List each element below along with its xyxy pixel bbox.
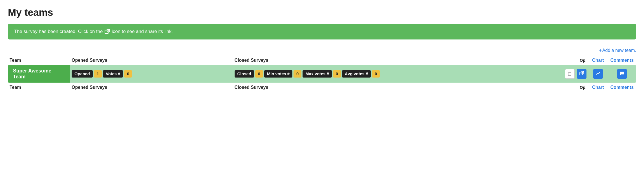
- avg-votes-count-badge: 0: [372, 70, 380, 78]
- chart-cell: [588, 65, 608, 83]
- closed-surveys-group: Closed 0 Min votes # 0 Max votes # 0 Avg…: [235, 70, 562, 78]
- min-votes-label-badge: Min votes #: [264, 70, 292, 78]
- votes-count-badge: 0: [124, 70, 132, 78]
- col-header-chart: Chart: [588, 56, 608, 65]
- col-header-closed-surveys: Closed Surveys: [233, 56, 563, 65]
- opened-surveys-cell: Opened 1 Votes # 0: [70, 65, 233, 83]
- col-footer-op: Op.: [563, 83, 588, 92]
- banner-text-after: icon to see and share its link.: [112, 29, 173, 34]
- col-header-comments: Comments: [608, 56, 636, 65]
- votes-label-badge: Votes #: [103, 70, 123, 78]
- teams-table: Team Opened Surveys Closed Surveys Op. C…: [8, 56, 636, 92]
- table-row: Super Awesome Team Opened 1 Votes # 0 Cl…: [8, 65, 636, 83]
- opened-surveys-group: Opened 1 Votes # 0: [72, 70, 231, 78]
- chart-icon: [596, 71, 600, 77]
- comments-button[interactable]: [617, 69, 627, 79]
- table-footer-row: Team Opened Surveys Closed Surveys Op. C…: [8, 83, 636, 92]
- comments-cell: [608, 65, 636, 83]
- min-votes-count-badge: 0: [294, 70, 301, 78]
- team-name: Super Awesome Team: [13, 68, 51, 80]
- col-footer-chart: Chart: [588, 83, 608, 92]
- table-header-row: Team Opened Surveys Closed Surveys Op. C…: [8, 56, 636, 65]
- closed-label-badge: Closed: [235, 70, 254, 78]
- closed-surveys-cell: Closed 0 Min votes # 0 Max votes # 0 Avg…: [233, 65, 563, 83]
- max-votes-label-badge: Max votes #: [303, 70, 332, 78]
- col-footer-opened-surveys: Opened Surveys: [70, 83, 233, 92]
- chart-button[interactable]: [593, 69, 603, 79]
- success-banner: The survey has been created. Click on th…: [8, 24, 636, 39]
- col-header-team: Team: [8, 56, 70, 65]
- add-team-row: + Add a new team.: [8, 47, 636, 53]
- add-new-team-link[interactable]: + Add a new team.: [599, 47, 636, 53]
- checkbox-button[interactable]: □: [565, 69, 575, 79]
- checkbox-icon: □: [568, 71, 571, 77]
- col-header-op: Op.: [563, 56, 588, 65]
- banner-text-before: The survey has been created. Click on th…: [14, 29, 103, 34]
- col-footer-closed-surveys: Closed Surveys: [233, 83, 563, 92]
- external-link-button[interactable]: [577, 69, 586, 79]
- external-link-btn-icon: [579, 71, 584, 77]
- closed-count-badge: 0: [255, 70, 263, 78]
- max-votes-count-badge: 0: [333, 70, 341, 78]
- col-header-opened-surveys: Opened Surveys: [70, 56, 233, 65]
- comment-icon: [620, 71, 624, 77]
- external-link-icon: [104, 29, 110, 34]
- opened-count-badge: 1: [94, 70, 102, 78]
- plus-icon: +: [599, 47, 602, 53]
- opened-label-badge: Opened: [72, 70, 93, 78]
- team-name-cell: Super Awesome Team: [8, 65, 70, 83]
- ops-cell: □: [563, 65, 588, 83]
- col-footer-comments: Comments: [608, 83, 636, 92]
- col-footer-team: Team: [8, 83, 70, 92]
- add-team-label: Add a new team.: [602, 48, 636, 53]
- page-title: My teams: [8, 7, 636, 18]
- avg-votes-label-badge: Avg votes #: [342, 70, 371, 78]
